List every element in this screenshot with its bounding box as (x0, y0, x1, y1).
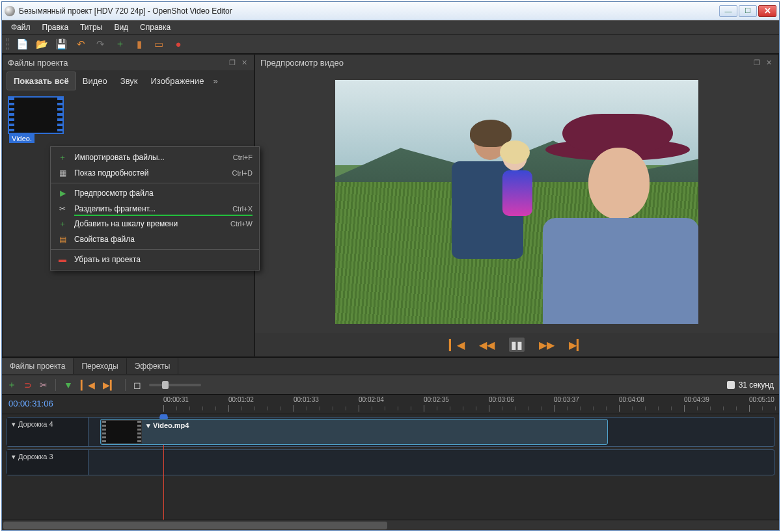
preview-float-icon[interactable]: ❐ (752, 58, 761, 67)
project-clip-thumb[interactable]: Video. (8, 96, 64, 134)
filter-video[interactable]: Видео (76, 72, 114, 90)
timecode: 00:00:31:06 (2, 395, 93, 414)
ruler-tick: 00:03:06 (489, 396, 514, 403)
rewind-icon[interactable]: ◀◀ (479, 339, 495, 351)
toolbar-grip[interactable] (6, 38, 8, 50)
razor-icon[interactable]: ✂ (40, 380, 48, 390)
ruler-tick: 00:01:02 (228, 396, 254, 403)
ruler-tick: 00:03:37 (554, 396, 579, 403)
pause-button[interactable]: ▮▮ (509, 338, 525, 352)
preview-canvas[interactable] (255, 70, 778, 333)
track4-label: Дорожка 4 (18, 420, 53, 428)
track3-label: Дорожка 3 (18, 453, 53, 460)
profile-icon[interactable]: ▮ (133, 38, 145, 50)
add-marker-icon[interactable]: ▼ (64, 380, 73, 390)
redo-icon[interactable]: ↷ (94, 38, 106, 50)
panel-close-icon[interactable]: ✕ (240, 58, 249, 67)
ctx-label: Импортировать файлы... (74, 153, 226, 162)
zoom-slider[interactable] (149, 384, 201, 386)
timeline-clip[interactable]: ▾Video.mp4 (100, 419, 608, 445)
tracks-area[interactable]: ▾Дорожка 4 ▾Video.mp4 ▾Дорожка 3 (2, 414, 779, 520)
ctx-добавить-на-шкалу-времени[interactable]: ＋Добавить на шкалу времениCtrl+W (51, 216, 259, 232)
ctx-shortcut: Ctrl+X (232, 205, 253, 213)
ctx-icon: ▦ (57, 168, 68, 178)
menubar: Файл Правка Титры Вид Справка (2, 20, 779, 34)
ruler-tick: 00:01:33 (294, 396, 319, 403)
fullscreen-icon[interactable]: ▭ (153, 38, 165, 50)
ctx-label: Разделить фрагмент... (74, 204, 226, 213)
context-menu: ＋Импортировать файлы...Ctrl+F▦Показ подр… (50, 146, 260, 271)
clip-thumb (102, 420, 142, 444)
ctx-shortcut: Ctrl+W (230, 220, 253, 228)
video-frame (335, 80, 698, 324)
clip-label: Video.mp4 (153, 421, 189, 429)
close-button[interactable]: ✕ (758, 5, 776, 17)
tab-project-files[interactable]: Файлы проекта (2, 358, 74, 374)
chevron-down-icon[interactable]: ▾ (146, 421, 150, 429)
ctx-icon: ＋ (57, 219, 68, 230)
preview-title: Предпросмотр видео (260, 58, 344, 68)
zoom-label: 31 секунд (739, 380, 774, 390)
snap-icon[interactable]: ⊃ (24, 380, 32, 390)
titlebar[interactable]: Безымянный проект [HDV 720 24p] - OpenSh… (2, 2, 779, 20)
open-project-icon[interactable]: 📂 (36, 38, 48, 50)
chevron-down-icon[interactable]: ▾ (12, 420, 16, 429)
window-title: Безымянный проект [HDV 720 24p] - OpenSh… (19, 7, 719, 16)
preview-close-icon[interactable]: ✕ (764, 58, 773, 67)
menu-file[interactable]: Файл (6, 21, 36, 33)
forward-icon[interactable]: ▶▶ (539, 339, 555, 351)
ctx-предпросмотр-файла[interactable]: ▶Предпросмотр файла (51, 185, 259, 201)
chevron-down-icon[interactable]: ▾ (12, 453, 16, 461)
center-playhead-icon[interactable]: ◻ (133, 380, 141, 390)
undo-icon[interactable]: ↶ (75, 38, 87, 50)
prev-marker-icon[interactable]: ▎◀ (81, 380, 95, 390)
ctx-label: Предпросмотр файла (74, 189, 246, 198)
jump-end-icon[interactable]: ▶▎ (569, 339, 584, 351)
zoom-box-icon (727, 381, 735, 389)
add-track-icon[interactable]: ＋ (7, 379, 16, 391)
track-4[interactable]: ▾Дорожка 4 ▾Video.mp4 (6, 417, 775, 447)
filter-all[interactable]: Показать всё (7, 72, 76, 90)
ruler-tick: 00:04:08 (619, 396, 644, 403)
import-icon[interactable]: ＋ (114, 38, 126, 50)
app-icon (5, 6, 15, 16)
tab-effects[interactable]: Эффекты (127, 358, 179, 374)
ctx-показ-подробностей[interactable]: ▦Показ подробностейCtrl+D (51, 165, 259, 181)
new-project-icon[interactable]: 📄 (16, 38, 28, 50)
project-clip-label: Video. (9, 134, 34, 143)
ctx-убрать-из-проекта[interactable]: ▬Убрать из проекта (51, 252, 259, 267)
scrollbar-thumb[interactable] (3, 522, 387, 529)
ctx-icon: ✂ (57, 204, 68, 213)
menu-edit[interactable]: Правка (37, 21, 74, 33)
ctx-label: Показ подробностей (74, 168, 226, 178)
timeline-scrollbar[interactable] (2, 520, 779, 530)
menu-view[interactable]: Вид (109, 21, 133, 33)
track-3[interactable]: ▾Дорожка 3 (6, 449, 775, 475)
timeline: ＋ ⊃ ✂ ▼ ▎◀ ▶▎ ◻ 31 секунд 00:00:31:06 00… (2, 375, 779, 530)
minimize-button[interactable]: — (719, 5, 737, 17)
zoom-indicator: 31 секунд (727, 380, 774, 390)
timeline-ruler[interactable]: 00:00:31:06 00:00:3100:01:0200:01:3300:0… (2, 395, 779, 414)
ctx-icon: ▬ (57, 255, 68, 264)
bottom-tabs: Файлы проекта Переходы Эффекты (2, 357, 779, 375)
filter-audio[interactable]: Звук (114, 72, 144, 90)
export-icon[interactable]: ● (172, 38, 184, 50)
ctx-shortcut: Ctrl+D (232, 169, 253, 177)
ctx-icon: ＋ (57, 152, 68, 163)
menu-help[interactable]: Справка (135, 21, 176, 33)
ctx-свойства-файла[interactable]: ▤Свойства файла (51, 232, 259, 247)
project-files-title: Файлы проекта (8, 58, 68, 68)
menu-titles[interactable]: Титры (75, 21, 107, 33)
ctx-импортировать-файлы-[interactable]: ＋Импортировать файлы...Ctrl+F (51, 150, 259, 165)
panel-float-icon[interactable]: ❐ (228, 58, 237, 67)
window-frame: Безымянный проект [HDV 720 24p] - OpenSh… (1, 1, 780, 531)
filter-image[interactable]: Изображение (144, 72, 210, 90)
app-body: Файл Правка Титры Вид Справка 📄 📂 💾 ↶ ↷ … (2, 20, 779, 530)
save-project-icon[interactable]: 💾 (55, 38, 67, 50)
jump-start-icon[interactable]: ▎◀ (449, 339, 465, 351)
next-marker-icon[interactable]: ▶▎ (103, 380, 117, 390)
tab-transitions[interactable]: Переходы (74, 358, 126, 374)
maximize-button[interactable]: ☐ (739, 5, 757, 17)
ctx-label: Добавить на шкалу времени (74, 219, 224, 228)
filter-more-icon[interactable]: » (210, 72, 220, 90)
